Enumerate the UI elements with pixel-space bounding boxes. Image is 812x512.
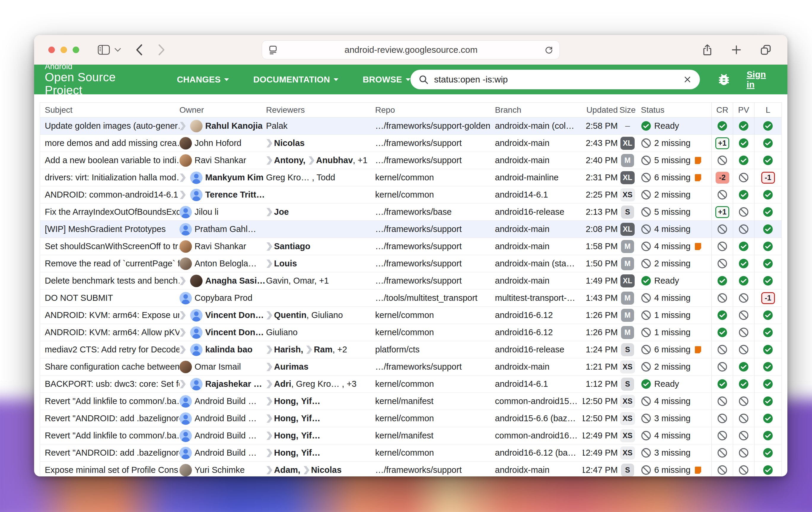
change-subject[interactable]: Update golden images (auto-gener… xyxy=(40,117,179,134)
back-button[interactable] xyxy=(135,44,143,56)
repo-link[interactable]: kernel/common xyxy=(375,169,495,186)
reviewer-name[interactable]: Joe xyxy=(274,207,289,217)
branch-link[interactable]: androidx-main xyxy=(495,238,583,255)
owner-name[interactable]: Android Build … xyxy=(195,414,257,423)
owner-name[interactable]: Omar Ismail xyxy=(195,362,241,372)
sign-in-link[interactable]: Sign in xyxy=(747,69,776,90)
owner-name[interactable]: Pratham Gahl… xyxy=(195,224,256,234)
reviewer-name[interactable]: Nicolas xyxy=(311,465,342,475)
reload-icon[interactable] xyxy=(544,45,554,55)
search-bar[interactable] xyxy=(410,70,700,89)
owner-name[interactable]: kalinda bao xyxy=(205,345,253,354)
reviewer-name[interactable]: Gavin, Omar, +1 xyxy=(266,276,329,286)
reviewer-name[interactable]: , Greg Kro… , +3 xyxy=(291,379,356,389)
branch-link[interactable]: androidx-main xyxy=(495,135,583,151)
change-row[interactable]: drivers: virt: Initialization halla mod…… xyxy=(40,169,781,186)
reviewer-name[interactable]: Yif… xyxy=(301,431,320,440)
repo-link[interactable]: …/frameworks/support-golden xyxy=(375,117,495,134)
reviewer-name[interactable]: , +2 xyxy=(332,345,347,354)
reviewer-name[interactable]: Hong, xyxy=(274,414,298,423)
repo-link[interactable]: kernel/common xyxy=(375,186,495,203)
search-input[interactable] xyxy=(434,74,683,85)
change-row[interactable]: ANDROID: KVM: arm64: Expose un…Vincent D… xyxy=(40,307,781,324)
reviewer-name[interactable]: , Giuliano xyxy=(307,310,343,320)
reviewer-name[interactable]: Giuliano xyxy=(266,328,297,337)
change-row[interactable]: Remove the read of `currentPage` f…Anton… xyxy=(40,255,781,272)
change-row[interactable]: Delete benchmark tests and bench…Anagha … xyxy=(40,272,781,289)
owner-name[interactable]: Rajashekar K… xyxy=(205,379,266,389)
branch-link[interactable]: androidx-main xyxy=(495,152,583,169)
reviewer-name[interactable]: Quentin xyxy=(274,310,307,320)
reviewer-name[interactable]: Aurimas xyxy=(274,362,309,372)
owner-name[interactable]: Anagha Sasik… xyxy=(205,276,266,286)
branch-link[interactable]: common-android15… xyxy=(495,393,583,410)
change-subject[interactable]: DO NOT SUBMIT xyxy=(40,289,179,307)
nav-changes-menu[interactable]: CHANGES xyxy=(177,75,229,85)
close-window-button[interactable] xyxy=(48,47,55,53)
owner-name[interactable]: Ravi Shankar xyxy=(195,155,246,165)
change-subject[interactable]: Fix the ArrayIndexOutOfBoundsExc… xyxy=(40,203,179,220)
change-row[interactable]: mediav2 CTS: Add retry for Decode…kalind… xyxy=(40,341,781,358)
site-logo[interactable]: Android Open Source Project xyxy=(45,62,154,97)
repo-link[interactable]: …/frameworks/support xyxy=(375,461,495,476)
repo-link[interactable]: kernel/common xyxy=(375,307,495,324)
owner-name[interactable]: Ravi Shankar xyxy=(195,241,246,251)
repo-link[interactable]: platform/cts xyxy=(375,341,495,358)
sidebar-chevron-down-icon[interactable] xyxy=(114,48,121,52)
change-subject[interactable]: Revert "ANDROID: add .bazelignore … xyxy=(40,410,179,427)
reviewer-name[interactable]: Hong, xyxy=(274,448,298,458)
owner-name[interactable]: Android Build … xyxy=(195,396,257,406)
branch-link[interactable]: multitest-transport-… xyxy=(495,289,583,307)
change-subject[interactable]: Expose minimal set of Profile Cons… xyxy=(40,461,179,476)
zoom-window-button[interactable] xyxy=(72,47,79,53)
branch-link[interactable]: androidx-main xyxy=(495,358,583,375)
repo-link[interactable]: …/frameworks/support xyxy=(375,255,495,272)
change-subject[interactable]: Delete benchmark tests and bench… xyxy=(40,272,179,289)
clear-search-icon[interactable] xyxy=(683,75,692,84)
repo-link[interactable]: kernel/common xyxy=(375,324,495,341)
repo-link[interactable]: …/frameworks/support xyxy=(375,238,495,255)
repo-link[interactable]: …/frameworks/base xyxy=(375,203,495,220)
repo-link[interactable]: kernel/common xyxy=(375,410,495,427)
change-row[interactable]: Revert "ANDROID: add .bazelignore …Andro… xyxy=(40,410,781,427)
reviewer-name[interactable]: Antony, xyxy=(274,155,306,165)
reviewer-name[interactable]: Nicolas xyxy=(274,138,304,148)
reviewer-name[interactable]: Ram xyxy=(314,345,332,354)
repo-link[interactable]: kernel/manifest xyxy=(375,427,495,444)
owner-name[interactable]: Copybara Prod xyxy=(195,293,252,303)
owner-name[interactable]: Vincent Donn… xyxy=(205,310,266,320)
branch-link[interactable]: androidx-main (col… xyxy=(495,117,583,134)
repo-link[interactable]: kernel/manifest xyxy=(375,393,495,410)
owner-name[interactable]: Jilou li xyxy=(195,207,219,217)
branch-link[interactable]: androidx-main xyxy=(495,272,583,289)
branch-link[interactable]: android15-6.6 (baz… xyxy=(495,410,583,427)
owner-name[interactable]: Android Build … xyxy=(195,448,257,458)
repo-link[interactable]: kernel/common xyxy=(375,375,495,393)
reviewer-name[interactable]: Santiago xyxy=(274,241,310,251)
change-row[interactable]: Expose minimal set of Profile Cons…Yuri … xyxy=(40,461,781,476)
reviewer-name[interactable]: , +1 xyxy=(353,155,368,165)
repo-link[interactable]: …/frameworks/support xyxy=(375,358,495,375)
change-row[interactable]: Fix the ArrayIndexOutOfBoundsExc…Jilou l… xyxy=(40,203,781,221)
branch-link[interactable]: android-mainline xyxy=(495,169,583,186)
change-subject[interactable]: Add a new boolean variable to indi… xyxy=(40,152,179,169)
change-subject[interactable]: ANDROID: KVM: arm64: Allow pKV… xyxy=(40,324,179,341)
owner-name[interactable]: John Hoford xyxy=(195,138,241,148)
nav-browse-menu[interactable]: BROWSE xyxy=(363,75,410,85)
change-row[interactable]: Update golden images (auto-gener…Rahul K… xyxy=(40,117,781,135)
change-row[interactable]: Revert "ANDROID: add .bazelignore …Andro… xyxy=(40,444,781,461)
owner-name[interactable]: Rahul Kanojia xyxy=(205,121,262,131)
reviewer-name[interactable]: Palak xyxy=(266,121,288,131)
change-subject[interactable]: ANDROID: KVM: arm64: Expose un… xyxy=(40,307,179,324)
reviewer-name[interactable]: Hong, xyxy=(274,396,298,406)
tab-overview-icon[interactable] xyxy=(759,44,772,56)
repo-link[interactable]: …/frameworks/support xyxy=(375,221,495,237)
change-row[interactable]: BACKPORT: usb: dwc3: core: Set fo…Rajash… xyxy=(40,375,781,393)
change-subject[interactable]: BACKPORT: usb: dwc3: core: Set fo… xyxy=(40,375,179,393)
reviewer-name[interactable]: Yif… xyxy=(301,448,320,458)
page-settings-icon[interactable] xyxy=(268,45,278,55)
owner-name[interactable]: Anton Belogla… xyxy=(195,259,257,268)
change-subject[interactable]: [WIP] MeshGradient Prototypes xyxy=(40,221,179,237)
branch-link[interactable]: androidx-main xyxy=(495,461,583,476)
change-subject[interactable]: Set shouldScanWithScreenOff to tr… xyxy=(40,238,179,255)
